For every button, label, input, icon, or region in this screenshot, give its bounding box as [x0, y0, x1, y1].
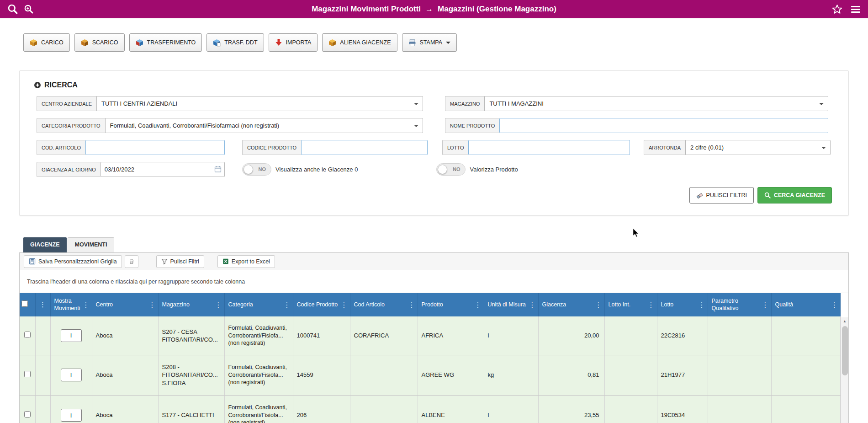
- cod-articolo-label: COD. ARTICOLO: [37, 140, 85, 155]
- mostra-movimenti-button[interactable]: I: [61, 409, 82, 422]
- plus-circle-icon: [34, 81, 41, 89]
- grid-vertical-scrollbar[interactable]: ▲: [841, 317, 848, 423]
- column-menu-icon[interactable]: ⋮: [407, 300, 417, 309]
- pulisci-filtri-button[interactable]: PULISCI FILTRI: [689, 187, 754, 203]
- column-menu-icon[interactable]: ⋮: [830, 300, 839, 309]
- column-menu-icon[interactable]: ⋮: [697, 300, 707, 309]
- valorizza-prodotto-toggle-group: NO Valorizza Prodotto: [436, 163, 518, 176]
- valorizza-prodotto-toggle[interactable]: NO: [436, 163, 466, 176]
- export-excel-button[interactable]: Export to Excel: [217, 255, 275, 268]
- header-magazzino[interactable]: Magazzino⋮: [158, 293, 224, 316]
- header-categoria[interactable]: Categoria⋮: [224, 293, 293, 316]
- column-menu-icon[interactable]: ⋮: [282, 300, 292, 309]
- column-menu-icon[interactable]: ⋮: [339, 300, 349, 309]
- cerca-giacenze-button[interactable]: CERCA GIACENZE: [757, 187, 832, 203]
- search-panel-title: RICERCA: [44, 81, 78, 89]
- eraser-icon: [696, 192, 703, 199]
- toggle-state: NO: [453, 166, 460, 172]
- column-menu-icon[interactable]: ⋮: [81, 300, 91, 309]
- column-menu-icon[interactable]: ⋮: [528, 300, 537, 309]
- header-select-all: [20, 293, 35, 316]
- tab-giacenze[interactable]: GIACENZE: [23, 237, 67, 252]
- categoria-prodotto-label: CATEGORIA PRODOTTO: [37, 118, 105, 133]
- header-prodotto[interactable]: Prodotto⋮: [418, 293, 484, 316]
- cod-articolo-input[interactable]: [85, 140, 225, 155]
- hamburger-menu-icon[interactable]: [851, 4, 861, 14]
- categoria-prodotto-select[interactable]: Formulati, Coadiuvanti, Corroboranti/Fis…: [105, 118, 423, 133]
- cell-categoria: Formulati, Coadiuvanti, Corroboranti/Fis…: [224, 395, 293, 423]
- header-unita-misura[interactable]: Unità di Misura⋮: [484, 293, 538, 316]
- tab-movimenti[interactable]: MOVIMENTI: [68, 237, 115, 252]
- mostra-movimenti-button[interactable]: I: [61, 329, 82, 342]
- cell-cod-articolo: CORAFRICA: [350, 316, 418, 355]
- column-menu-icon[interactable]: ⋮: [473, 300, 483, 309]
- magazzino-select[interactable]: TUTTI I MAGAZZINI: [484, 96, 828, 111]
- giacenze-zero-toggle[interactable]: NO: [242, 163, 271, 176]
- table-row: I Aboca S177 - CALCHETTI Formulati, Coad…: [20, 395, 841, 423]
- header-parametro-qualitativo[interactable]: Parametro Qualitativo⋮: [708, 293, 771, 316]
- star-favorite-icon[interactable]: [832, 4, 842, 15]
- row-checkbox[interactable]: [24, 411, 31, 418]
- stampa-button[interactable]: STAMPA: [402, 33, 457, 52]
- excel-icon: [222, 258, 229, 265]
- column-menu-icon[interactable]: ⋮: [214, 300, 223, 309]
- column-menu-icon[interactable]: ⋮: [594, 300, 603, 309]
- scrollbar-thumb[interactable]: [842, 326, 848, 375]
- header-centro[interactable]: Centro⋮: [92, 293, 158, 316]
- lotto-label: LOTTO: [442, 140, 468, 155]
- cell-centro: Aboca: [92, 355, 158, 395]
- nome-prodotto-label: NOME PRODOTTO: [445, 118, 499, 133]
- arrotonda-select[interactable]: 2 cifre (0.01): [685, 140, 831, 155]
- codice-prodotto-field: CODICE PRODOTTO: [242, 140, 428, 155]
- centro-aziendale-select[interactable]: TUTTI I CENTRI AZIENDALI: [96, 96, 423, 111]
- select-all-checkbox[interactable]: [21, 300, 28, 307]
- carico-button[interactable]: CARICO: [23, 33, 70, 52]
- header-lotto-int[interactable]: Lotto Int.⋮: [604, 293, 657, 316]
- grid-pulisci-filtri-label: Pulisci Filtri: [170, 258, 199, 265]
- row-checkbox[interactable]: [24, 371, 31, 377]
- cell-unita-misura: l: [484, 316, 538, 355]
- codice-prodotto-input[interactable]: [301, 140, 428, 155]
- header-row: ⋮ Mostra Movimenti⋮ Centro⋮ Magazzino⋮ C…: [20, 293, 841, 316]
- scarico-button[interactable]: SCARICO: [74, 33, 125, 52]
- scroll-up-button[interactable]: ▲: [841, 317, 848, 325]
- lotto-input[interactable]: [468, 140, 630, 155]
- header-giacenza[interactable]: Giacenza⋮: [538, 293, 604, 316]
- header-codice-prodotto[interactable]: Codice Prodotto⋮: [293, 293, 350, 316]
- cell-parametro-qualitativo: [708, 355, 771, 395]
- topbar-left-icons: [7, 4, 34, 15]
- header-cod-articolo[interactable]: Cod Articolo⋮: [350, 293, 418, 316]
- trasferimento-button[interactable]: TRASFERIMENTO: [129, 33, 202, 52]
- grid-pulisci-filtri-button[interactable]: Pulisci Filtri: [156, 255, 204, 268]
- giacenza-al-giorno-input[interactable]: [101, 162, 225, 177]
- row-checkbox[interactable]: [24, 332, 31, 338]
- carico-label: CARICO: [41, 39, 64, 46]
- column-menu-icon[interactable]: ⋮: [148, 300, 157, 309]
- centro-aziendale-label: CENTRO AZIENDALE: [37, 96, 96, 111]
- header-qualita[interactable]: Qualità⋮: [771, 293, 841, 316]
- giacenze-grid: Salva Personalizzazioni Griglia Pulisci …: [19, 252, 849, 423]
- cell-magazzino: S208 - FITOSANITARI/CO... S.FIORA: [158, 355, 224, 395]
- delete-personalizzazioni-button[interactable]: [125, 255, 138, 268]
- header-mostra-movimenti[interactable]: Mostra Movimenti⋮: [50, 293, 92, 316]
- mostra-movimenti-button[interactable]: I: [61, 369, 82, 381]
- search-icon[interactable]: [7, 4, 18, 15]
- zoom-in-icon[interactable]: [24, 4, 34, 14]
- column-menu-icon[interactable]: ⋮: [761, 300, 770, 309]
- group-by-hint[interactable]: Trascina l'header di una colonna e rilas…: [20, 270, 848, 293]
- header-menu: ⋮: [35, 293, 50, 316]
- column-menu-icon[interactable]: ⋮: [646, 300, 656, 309]
- app-root: Magazzini Movimenti Prodotti → Magazzini…: [0, 0, 868, 423]
- aliena-giacenze-button[interactable]: ALIENA GIACENZE: [322, 33, 397, 52]
- importa-button[interactable]: IMPORTA: [269, 33, 318, 52]
- header-lotto[interactable]: Lotto⋮: [657, 293, 708, 316]
- salva-personalizzazioni-button[interactable]: Salva Personalizzazioni Griglia: [24, 255, 122, 268]
- lotto-field: LOTTO: [442, 140, 630, 155]
- trasf-ddt-button[interactable]: TRASF. DDT: [206, 33, 264, 52]
- calendar-icon[interactable]: [214, 166, 222, 175]
- cell-cod-articolo: [350, 355, 418, 395]
- page-title-right: Magazzini (Gestione Magazzino): [438, 5, 556, 14]
- column-menu-icon[interactable]: ⋮: [37, 300, 48, 309]
- nome-prodotto-input[interactable]: [499, 118, 828, 133]
- search-panel-header[interactable]: RICERCA: [34, 81, 832, 89]
